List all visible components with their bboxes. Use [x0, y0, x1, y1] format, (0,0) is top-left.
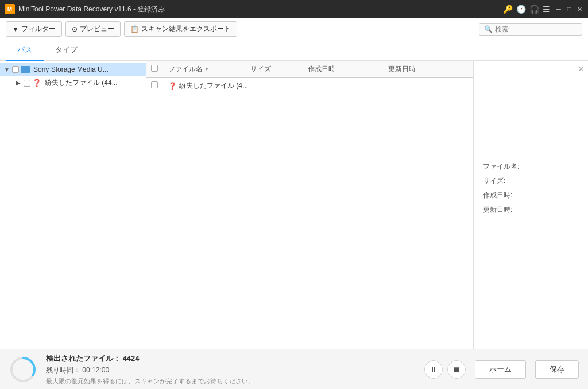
header-checkbox-col: [151, 65, 168, 73]
detail-modified: 更新日時:: [483, 205, 579, 215]
progress-circle: 33%: [9, 356, 37, 383]
detail-panel: × ファイル名: サイズ: 作成日時: 更新日時:: [473, 61, 588, 349]
save-button[interactable]: 保存: [535, 360, 579, 379]
app-icon: M: [5, 4, 15, 14]
filter-button[interactable]: ▼ フィルター: [6, 21, 62, 37]
close-button[interactable]: ✕: [575, 5, 583, 13]
filter-icon: ▼: [12, 25, 19, 33]
preview-icon: ⊙: [72, 25, 78, 33]
menu-icon[interactable]: ☰: [543, 5, 550, 14]
progress-label: 33%: [9, 385, 37, 390]
detail-filename: ファイル名:: [483, 162, 579, 172]
header-size: サイズ: [250, 64, 308, 74]
pause-icon: ⏸: [430, 365, 438, 374]
row-checkbox-col: [151, 81, 168, 90]
key-icon[interactable]: 🔑: [503, 5, 513, 14]
files-found: 検出されたファイル： 4424: [46, 353, 415, 364]
titlebar: M MiniTool Power Data Recovery v11.6 - 登…: [0, 0, 588, 18]
tree-panel: ▼ Sony Storage Media U... ▶ ❓ 紛失したファイル (…: [0, 61, 146, 349]
content-area: ▼ Sony Storage Media U... ▶ ❓ 紛失したファイル (…: [0, 61, 588, 349]
header-name: ファイル名 ▼: [168, 64, 250, 74]
header-modified: 更新日時: [388, 64, 469, 74]
tree-item-lost[interactable]: ▶ ❓ 紛失したファイル (44...: [0, 76, 146, 90]
export-button[interactable]: 📋 スキャン結果をエクスポート: [124, 21, 237, 37]
export-icon: 📋: [130, 25, 139, 33]
bottombar: 33% 検出されたファイル： 4424 残り時間： 00:12:00 最大限の復…: [0, 349, 588, 389]
search-input[interactable]: [495, 25, 577, 33]
stop-icon: ⏹: [452, 365, 461, 374]
pause-button[interactable]: ⏸: [424, 360, 443, 379]
search-icon: 🔍: [484, 25, 493, 33]
toolbar: ▼ フィルター ⊙ プレビュー 📋 スキャン結果をエクスポート 🔍: [0, 18, 588, 40]
clock-icon[interactable]: 🕐: [516, 5, 526, 14]
scan-note: 最大限の復元効果を得るには、スキャンが完了するまでお待ちください。: [46, 377, 415, 386]
progress-svg: [9, 356, 37, 383]
warn-icon: ❓: [32, 79, 41, 87]
row-name: ❓ 紛失したファイル (4...: [168, 81, 250, 91]
title-text: MiniTool Power Data Recovery v11.6 - 登録済…: [18, 5, 503, 14]
detail-size: サイズ:: [483, 176, 579, 186]
expand-icon-lost: ▶: [15, 80, 22, 86]
checkbox-root[interactable]: [12, 66, 19, 73]
search-box: 🔍: [479, 23, 582, 36]
tree-item-root[interactable]: ▼ Sony Storage Media U...: [0, 63, 146, 76]
detail-close-button[interactable]: ×: [579, 64, 583, 73]
header-checkbox[interactable]: [151, 65, 158, 72]
file-panel: ファイル名 ▼ サイズ 作成日時 更新日時 ❓ 紛失したファイル (4...: [146, 61, 473, 349]
tree-label-root: Sony Storage Media U...: [33, 65, 109, 73]
headphone-icon[interactable]: 🎧: [529, 5, 539, 14]
time-remaining: 残り時間： 00:12:00: [46, 365, 415, 375]
main-area: パス タイプ ▼ Sony Storage Media U... ▶ ❓ 紛失し…: [0, 40, 588, 349]
tab-type[interactable]: タイプ: [44, 40, 89, 61]
window-controls: ─ □ ✕: [555, 5, 583, 13]
table-row[interactable]: ❓ 紛失したファイル (4...: [146, 78, 473, 94]
detail-created: 作成日時:: [483, 190, 579, 200]
tree-label-lost: 紛失したファイル (44...: [45, 78, 118, 88]
sort-arrow: ▼: [204, 67, 209, 72]
scan-info: 検出されたファイル： 4424 残り時間： 00:12:00 最大限の復元効果を…: [46, 353, 415, 386]
maximize-button[interactable]: □: [565, 5, 573, 13]
preview-button[interactable]: ⊙ プレビュー: [65, 21, 121, 37]
titlebar-icons: 🔑 🕐 🎧 ☰: [503, 5, 550, 14]
file-table-body: ❓ 紛失したファイル (4...: [146, 78, 473, 349]
detail-section: ファイル名: サイズ: 作成日時: 更新日時:: [483, 162, 579, 215]
file-table-header: ファイル名 ▼ サイズ 作成日時 更新日時: [146, 61, 473, 78]
tabs: パス タイプ: [0, 40, 588, 61]
row-checkbox[interactable]: [151, 81, 158, 88]
home-button[interactable]: ホーム: [475, 360, 526, 379]
scan-controls: ⏸ ⏹: [424, 360, 466, 379]
checkbox-lost[interactable]: [24, 80, 30, 87]
stop-button[interactable]: ⏹: [447, 360, 466, 379]
drive-icon: [21, 66, 30, 73]
header-created: 作成日時: [308, 64, 388, 74]
expand-icon-root: ▼: [3, 67, 10, 73]
row-warn-icon: ❓: [168, 82, 177, 90]
minimize-button[interactable]: ─: [555, 5, 563, 13]
tab-path[interactable]: パス: [6, 40, 44, 61]
